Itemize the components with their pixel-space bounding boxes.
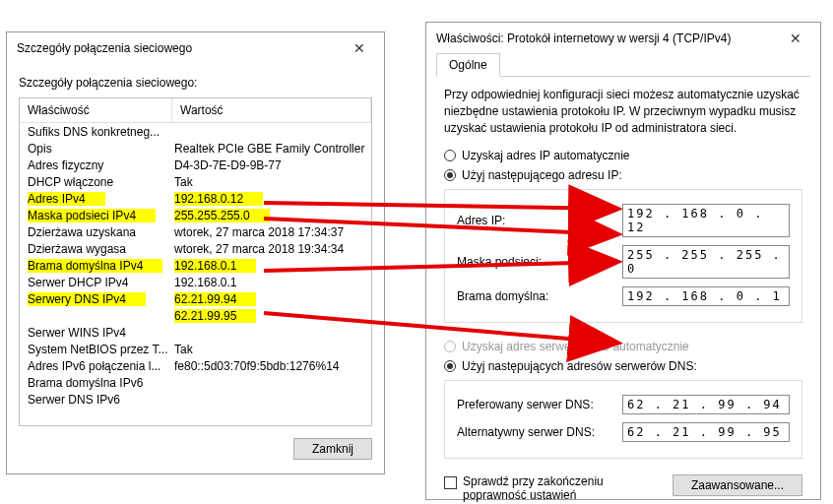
input-mask[interactable]: 255 . 255 . 255 . 0 [622, 245, 790, 279]
checkbox-label: Sprawdź przy zakończeniu poprawność usta… [463, 474, 667, 502]
table-row[interactable]: 62.21.99.95 [20, 307, 371, 324]
list-label: Szczegóły połączenia sieciowego: [7, 62, 384, 97]
table-row[interactable]: Adres IPv6 połączenia l...fe80::5d03:70f… [20, 357, 371, 374]
list-header: Właściwość Wartość [20, 98, 371, 123]
input-gateway[interactable]: 192 . 168 . 0 . 1 [622, 286, 790, 306]
checkbox-validate[interactable] [444, 476, 457, 489]
details-list: Właściwość Wartość Sufiks DNS konkretneg… [19, 97, 372, 426]
label-gateway: Brama domyślna: [457, 289, 622, 303]
table-row[interactable]: Adres IPv4192.168.0.12 [20, 190, 371, 207]
label-dns1: Preferowany serwer DNS: [457, 398, 622, 411]
input-ip[interactable]: 192 . 168 . 0 . 12 [622, 204, 790, 237]
input-dns2[interactable]: 62 . 21 . 99 . 95 [622, 422, 790, 442]
dns-fields: Preferowany serwer DNS: 62 . 21 . 99 . 9… [444, 380, 802, 459]
table-row[interactable]: Sufiks DNS konkretneg... [20, 123, 371, 140]
radio-icon [444, 360, 456, 372]
description-text: Przy odpowiedniej konfiguracji sieci moż… [426, 77, 820, 140]
label-mask: Maska podsieci: [457, 255, 622, 269]
input-dns1[interactable]: 62 . 21 . 99 . 94 [622, 395, 790, 414]
table-row[interactable]: Dzierżawa wygasawtorek, 27 marca 2018 19… [20, 240, 371, 257]
close-icon[interactable]: ✕ [345, 40, 374, 56]
dialog-title: Szczegóły połączenia sieciowego [17, 41, 192, 55]
table-row[interactable]: Adres fizycznyD4-3D-7E-D9-9B-77 [20, 157, 371, 173]
label-ip: Adres IP: [457, 214, 622, 227]
radio-label: Użyj następujących adresów serwerów DNS: [462, 359, 697, 373]
radio-icon [444, 150, 456, 161]
ipv4-properties-dialog: Właściwości: Protokół internetowy w wers… [425, 22, 821, 500]
radio-label: Uzyskaj adres IP automatycznie [462, 149, 630, 162]
table-row[interactable]: Maska podsieci IPv4255.255.255.0 [20, 207, 371, 223]
table-row[interactable]: DHCP włączoneTak [20, 173, 371, 190]
radio-label: Uzyskaj adres serwera DNS automatycznie [462, 340, 689, 353]
titlebar: Właściwości: Protokół internetowy w wers… [426, 23, 820, 52]
close-icon[interactable]: ✕ [781, 31, 810, 46]
radio-obtain-ip-auto[interactable]: Uzyskaj adres IP automatycznie [444, 146, 802, 165]
radio-icon [444, 169, 456, 181]
table-row[interactable]: System NetBIOS przez T...Tak [20, 341, 371, 357]
table-row[interactable]: Serwer DNS IPv6 [20, 391, 371, 408]
radio-obtain-dns-auto: Uzyskaj adres serwera DNS automatycznie [444, 337, 802, 356]
titlebar: Szczegóły połączenia sieciowego ✕ [7, 32, 384, 62]
table-row[interactable]: Serwery DNS IPv462.21.99.94 [20, 290, 371, 307]
table-row[interactable]: Serwer WINS IPv4 [20, 324, 371, 341]
table-row[interactable]: Brama domyślna IPv4192.168.0.1 [20, 257, 371, 274]
col-header-property[interactable]: Właściwość [20, 98, 172, 122]
ip-fields: Adres IP: 192 . 168 . 0 . 12 Maska podsi… [444, 189, 802, 323]
network-details-dialog: Szczegóły połączenia sieciowego ✕ Szczeg… [6, 32, 385, 474]
radio-use-ip[interactable]: Użyj następującego adresu IP: [444, 165, 802, 185]
label-dns2: Alternatywny serwer DNS: [457, 425, 622, 439]
table-row[interactable]: Brama domyślna IPv6 [20, 374, 371, 391]
radio-label: Użyj następującego adresu IP: [462, 168, 622, 182]
table-row[interactable]: Serwer DHCP IPv4192.168.0.1 [20, 274, 371, 290]
radio-icon [444, 341, 456, 352]
table-row[interactable]: Dzierżawa uzyskanawtorek, 27 marca 2018 … [20, 223, 371, 240]
radio-use-dns[interactable]: Użyj następujących adresów serwerów DNS: [444, 356, 802, 376]
col-header-value[interactable]: Wartość [172, 98, 371, 122]
table-row[interactable]: OpisRealtek PCIe GBE Family Controller [20, 140, 371, 157]
tab-general[interactable]: Ogólne [436, 53, 500, 77]
dialog-title: Właściwości: Protokół internetowy w wers… [436, 32, 731, 45]
advanced-button[interactable]: Zaawansowane... [673, 474, 802, 496]
close-button[interactable]: Zamknij [293, 438, 372, 460]
tab-bar: Ogólne [436, 52, 810, 77]
